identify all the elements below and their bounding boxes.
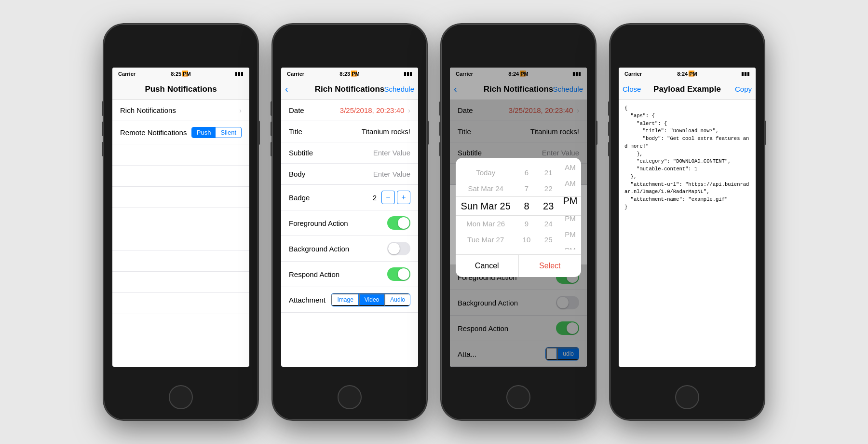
subtitle-label-2: Subtitle bbox=[289, 149, 313, 157]
picker-col-ampm: AM AM PM PM PM PM bbox=[559, 163, 581, 250]
empty-row-3 bbox=[112, 187, 249, 208]
screen-2: Carrier 📶 8:23 PM ▮▮▮ ‹ Rich Notificatio… bbox=[281, 68, 418, 367]
silent-button[interactable]: Silent bbox=[216, 127, 241, 138]
title-label-2: Title bbox=[289, 127, 302, 136]
power-btn-3 bbox=[596, 121, 597, 145]
carrier-2: Carrier bbox=[287, 71, 304, 77]
phone-3: Carrier 📶 8:24 PM ▮▮▮ ‹ Rich Notificatio… bbox=[441, 24, 596, 420]
side-buttons-1 bbox=[102, 101, 104, 156]
respond-action-label-2: Respond Action bbox=[289, 270, 339, 278]
title-cell-2[interactable]: Title Titanium rocks! bbox=[281, 121, 418, 142]
home-button-3[interactable] bbox=[506, 385, 530, 409]
bg-action-cell-2[interactable]: Background Action bbox=[281, 236, 418, 262]
attachment-cell-2[interactable]: Attachment Image Video Audio bbox=[281, 287, 418, 313]
badge-stepper-2[interactable]: 2 − + bbox=[370, 191, 410, 204]
status-bar-2: Carrier 📶 8:23 PM ▮▮▮ bbox=[281, 68, 418, 79]
carrier-1: Carrier bbox=[118, 71, 136, 77]
date-value-2: 3/25/2018, 20:23:40 bbox=[340, 106, 404, 114]
empty-row-7 bbox=[112, 272, 249, 293]
picker-cancel-button[interactable]: Cancel bbox=[456, 255, 519, 277]
status-bar-1: Carrier 📶 8:25 PM ▮▮▮ bbox=[112, 68, 249, 79]
body-value-2: Enter Value bbox=[373, 170, 410, 178]
picker-row-tue: Tue Mar 27 bbox=[465, 232, 506, 248]
badge-cell-2[interactable]: Badge 2 − + bbox=[281, 185, 418, 210]
phone-2: Carrier 📶 8:23 PM ▮▮▮ ‹ Rich Notificatio… bbox=[272, 24, 427, 420]
close-button-4[interactable]: Close bbox=[623, 85, 641, 93]
screen-4: Carrier 📶 8:24 PM ▮▮▮ Close Payload Exam… bbox=[619, 68, 756, 367]
chevron-icon: › bbox=[239, 107, 242, 114]
payload-screen: { "aps": { "alert": { "title": "Download… bbox=[619, 100, 756, 367]
empty-row-2 bbox=[112, 166, 249, 187]
picker-row-sun: Sun Mar 25 bbox=[459, 196, 512, 216]
nav-bar-2: ‹ Rich Notifications Schedule bbox=[281, 79, 418, 100]
audio-btn-2[interactable]: Audio bbox=[384, 293, 410, 306]
respond-action-toggle-2[interactable] bbox=[387, 267, 410, 281]
back-button-2[interactable]: ‹ bbox=[285, 83, 288, 95]
empty-row-6 bbox=[112, 250, 249, 272]
rich-notifications-label: Rich Notifications bbox=[120, 106, 176, 114]
nav-bar-1: Push Notifications bbox=[112, 79, 249, 100]
fg-action-cell-2[interactable]: Foreground Action bbox=[281, 210, 418, 236]
respond-action-cell-2[interactable]: Respond Action bbox=[281, 262, 418, 287]
date-cell-2[interactable]: Date 3/25/2018, 20:23:40 › bbox=[281, 100, 418, 121]
chevron-back-icon-2: ‹ bbox=[285, 83, 288, 95]
image-btn-2[interactable]: Image bbox=[331, 293, 358, 306]
home-button-2[interactable] bbox=[338, 385, 362, 409]
battery-4: ▮▮▮ bbox=[741, 71, 750, 76]
video-btn-2[interactable]: Video bbox=[359, 293, 384, 306]
badge-value-2: 2 bbox=[370, 194, 380, 202]
phone-4: Carrier 📶 8:24 PM ▮▮▮ Close Payload Exam… bbox=[610, 24, 764, 420]
push-silent-segment[interactable]: Push Silent bbox=[191, 127, 242, 138]
home-button-1[interactable] bbox=[169, 385, 193, 409]
picker-actions: Cancel Select bbox=[456, 254, 581, 277]
schedule-button-2[interactable]: Schedule bbox=[384, 85, 414, 93]
empty-row-8 bbox=[112, 293, 249, 314]
rich-notifications-cell[interactable]: Rich Notifications › bbox=[112, 100, 249, 121]
time-4: 8:24 PM bbox=[677, 71, 697, 77]
power-btn-2 bbox=[427, 121, 429, 145]
phone-1: Carrier 📶 8:25 PM ▮▮▮ Push Notifications… bbox=[104, 24, 258, 420]
nav-title-2: Rich Notifications bbox=[315, 84, 385, 94]
picker-columns: Thu Mar 22 Today Sat Mar 24 Sun Mar 25 M… bbox=[456, 163, 581, 250]
bg-action-toggle-2[interactable] bbox=[387, 242, 410, 255]
phones-container: Carrier 📶 8:25 PM ▮▮▮ Push Notifications… bbox=[94, 14, 774, 430]
empty-row-5 bbox=[112, 229, 249, 250]
fg-action-label-2: Foreground Action bbox=[289, 219, 348, 227]
attachment-label-2: Attachment bbox=[289, 296, 326, 304]
side-buttons-3 bbox=[439, 101, 441, 156]
carrier-4: Carrier bbox=[624, 71, 642, 77]
date-picker-dialog: Thu Mar 22 Today Sat Mar 24 Sun Mar 25 M… bbox=[456, 158, 581, 277]
badge-increment-2[interactable]: + bbox=[397, 191, 410, 204]
battery-1: ▮▮▮ bbox=[235, 71, 244, 76]
remote-notifications-label: Remote Notifications bbox=[120, 128, 187, 137]
picker-row-wed: Wed Mar 28 bbox=[464, 248, 507, 250]
picker-content: Thu Mar 22 Today Sat Mar 24 Sun Mar 25 M… bbox=[456, 158, 581, 254]
remote-notifications-cell[interactable]: Remote Notifications Push Silent bbox=[112, 121, 249, 144]
screen-1: Carrier 📶 8:25 PM ▮▮▮ Push Notifications… bbox=[112, 68, 249, 367]
subtitle-cell-2[interactable]: Subtitle Enter Value bbox=[281, 142, 418, 164]
copy-button-4[interactable]: Copy bbox=[735, 85, 752, 93]
badge-decrement-2[interactable]: − bbox=[381, 191, 395, 204]
date-picker-overlay[interactable]: Thu Mar 22 Today Sat Mar 24 Sun Mar 25 M… bbox=[450, 68, 587, 367]
badge-label-2: Badge bbox=[289, 194, 310, 202]
attachment-group-2[interactable]: Image Video Audio bbox=[331, 293, 410, 306]
picker-row-sat: Sat Mar 24 bbox=[466, 180, 505, 196]
title-value-2: Titanium rocks! bbox=[362, 127, 410, 136]
picker-select-button[interactable]: Select bbox=[519, 255, 582, 277]
nav-title-1: Push Notifications bbox=[145, 84, 217, 94]
picker-row-today: Today bbox=[474, 165, 497, 180]
screen-3: Carrier 📶 8:24 PM ▮▮▮ ‹ Rich Notificatio… bbox=[450, 68, 587, 367]
nav-bar-4: Close Payload Example Copy bbox=[619, 79, 756, 100]
status-bar-4: Carrier 📶 8:24 PM ▮▮▮ bbox=[619, 68, 756, 79]
picker-col-hour: 9 6 7 8 9 10 11 bbox=[515, 163, 537, 250]
power-btn-4 bbox=[764, 121, 766, 145]
power-btn-1 bbox=[258, 121, 260, 145]
date-label-2: Date bbox=[289, 106, 304, 114]
fg-action-toggle-2[interactable] bbox=[387, 216, 410, 230]
home-button-4[interactable] bbox=[675, 385, 699, 409]
body-cell-2[interactable]: Body Enter Value bbox=[281, 164, 418, 185]
date-chevron-2: › bbox=[408, 107, 410, 114]
body-label-2: Body bbox=[289, 170, 305, 178]
push-button[interactable]: Push bbox=[192, 127, 216, 138]
payload-code: { "aps": { "alert": { "title": "Download… bbox=[619, 100, 756, 216]
